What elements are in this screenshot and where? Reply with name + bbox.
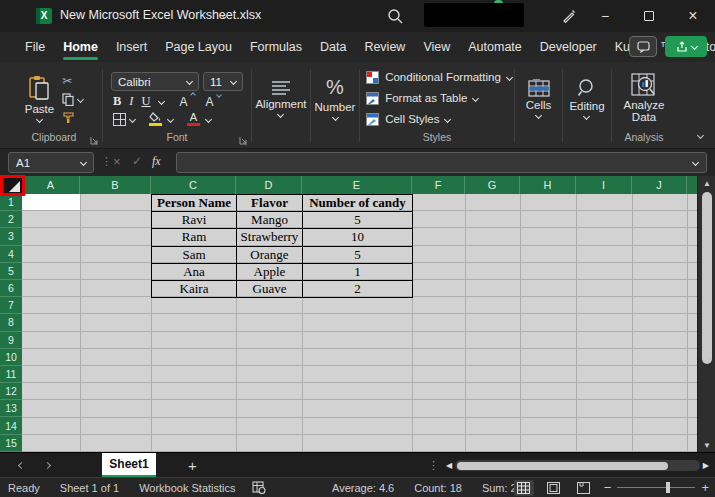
scroll-down-icon[interactable]: ▼ — [698, 438, 715, 452]
column-header-d[interactable]: D — [236, 176, 302, 194]
clipboard-dialog-launcher-icon[interactable] — [90, 136, 99, 145]
underline-chevron-icon[interactable] — [158, 98, 165, 105]
tab-page-layout[interactable]: Page Layou — [156, 32, 241, 62]
add-sheet-button[interactable]: + — [188, 457, 197, 474]
zoom-slider[interactable] — [617, 487, 695, 489]
formula-bar-input[interactable] — [176, 152, 707, 173]
cell-person[interactable]: Kaira — [152, 280, 237, 297]
pen-icon[interactable] — [560, 7, 578, 25]
row-header-3[interactable]: 3 — [0, 228, 22, 245]
increase-font-button[interactable]: A — [180, 95, 188, 109]
column-header-b[interactable]: B — [80, 176, 151, 194]
copy-button[interactable] — [62, 93, 83, 106]
header-flavor[interactable]: Flavor — [237, 195, 303, 212]
decrease-font-button[interactable]: A — [206, 95, 214, 109]
tab-review[interactable]: Review — [355, 32, 414, 62]
conditional-formatting-button[interactable]: Conditional Formatting — [366, 67, 512, 87]
tab-automate[interactable]: Automate — [459, 32, 531, 62]
collapse-ribbon-chevron-icon[interactable] — [697, 132, 704, 139]
formula-bar-expand-chevron-icon[interactable] — [692, 159, 699, 166]
column-header-h[interactable]: H — [520, 176, 576, 194]
page-layout-view-button[interactable] — [544, 480, 564, 496]
borders-button[interactable] — [113, 113, 135, 126]
italic-button[interactable]: I — [129, 94, 133, 109]
search-icon[interactable] — [386, 7, 404, 25]
bold-button[interactable]: B — [113, 94, 121, 109]
tab-insert[interactable]: Insert — [107, 32, 156, 62]
analyze-data-button[interactable]: AnalyzeData — [624, 73, 665, 123]
cell-count[interactable]: 1 — [303, 263, 413, 280]
name-box[interactable]: A1 — [8, 152, 94, 173]
scroll-right-icon[interactable]: ▶ — [703, 461, 709, 470]
row-header-15[interactable]: 15 — [0, 435, 22, 452]
column-header-f[interactable]: F — [412, 176, 465, 194]
column-header-i[interactable]: I — [576, 176, 632, 194]
active-cell-a1[interactable] — [22, 194, 80, 210]
row-header-1[interactable]: 1 — [0, 194, 22, 211]
cells-button[interactable]: Cells — [526, 79, 552, 118]
format-painter-button[interactable] — [62, 111, 75, 123]
font-color-button[interactable]: A — [187, 112, 200, 126]
column-header-j[interactable]: J — [632, 176, 687, 194]
status-sheet-count[interactable]: Sheet 1 of 1 — [50, 482, 129, 494]
column-header-e[interactable]: E — [302, 176, 412, 194]
enter-icon[interactable]: ✓ — [132, 154, 142, 168]
next-sheet-icon[interactable] — [34, 463, 60, 468]
vertical-scroll-thumb[interactable] — [702, 192, 712, 364]
comments-button[interactable] — [629, 36, 657, 57]
cells-area[interactable]: Person Name Flavor Number of candy Ravi … — [22, 194, 697, 452]
cell-person[interactable]: Ram — [152, 229, 237, 246]
tab-view[interactable]: View — [414, 32, 459, 62]
insert-function-icon[interactable]: fx — [152, 154, 161, 169]
underline-button[interactable]: U — [142, 94, 151, 109]
prev-sheet-icon[interactable] — [8, 463, 34, 468]
column-header-a[interactable]: A — [22, 176, 80, 194]
tab-formulas[interactable]: Formulas — [241, 32, 311, 62]
cell-person[interactable]: Ravi — [152, 212, 237, 229]
status-count[interactable]: Count: 18 — [404, 482, 472, 494]
horizontal-scroll-thumb[interactable] — [457, 462, 667, 470]
column-header-c[interactable]: C — [151, 176, 236, 194]
close-button[interactable]: × — [671, 0, 715, 32]
cell-flavor[interactable]: Mango — [237, 212, 303, 229]
cancel-icon[interactable]: × — [113, 154, 121, 169]
vertical-scrollbar[interactable]: ▲ ▼ — [697, 176, 715, 452]
tab-data[interactable]: Data — [311, 32, 355, 62]
cell-flavor[interactable]: Orange — [237, 246, 303, 263]
tab-file[interactable]: File — [16, 32, 54, 62]
row-header-4[interactable]: 4 — [0, 246, 22, 263]
paste-button[interactable]: Paste — [25, 75, 54, 122]
tab-developer[interactable]: Developer — [531, 32, 606, 62]
zoom-in-icon[interactable]: + — [701, 480, 709, 495]
row-header-12[interactable]: 12 — [0, 383, 22, 400]
font-name-select[interactable]: Calibri — [111, 72, 199, 91]
fill-color-button[interactable] — [149, 112, 162, 126]
workbook-statistics-button[interactable]: Workbook Statistics — [129, 482, 245, 494]
row-header-11[interactable]: 11 — [0, 366, 22, 383]
row-header-13[interactable]: 13 — [0, 400, 22, 417]
cell-count[interactable]: 5 — [303, 212, 413, 229]
row-header-7[interactable]: 7 — [0, 297, 22, 314]
horizontal-scrollbar[interactable]: ◀ ▶ — [446, 458, 709, 473]
font-size-select[interactable]: 11 — [203, 72, 243, 91]
row-header-14[interactable]: 14 — [0, 417, 22, 434]
number-button[interactable]: % Number — [315, 76, 356, 120]
cell-person[interactable]: Ana — [152, 263, 237, 280]
normal-view-button[interactable] — [514, 480, 534, 496]
row-header-5[interactable]: 5 — [0, 263, 22, 280]
share-button[interactable] — [665, 36, 707, 57]
scroll-left-icon[interactable]: ◀ — [446, 461, 452, 470]
cell-flavor[interactable]: Apple — [237, 263, 303, 280]
tab-home[interactable]: Home — [54, 32, 107, 62]
header-number-of-candy[interactable]: Number of candy — [303, 195, 413, 212]
column-header-g[interactable]: G — [465, 176, 520, 194]
cell-flavor[interactable]: Guave — [237, 280, 303, 297]
minimize-button[interactable]: − — [583, 0, 627, 32]
cut-button[interactable]: ✂ — [62, 74, 72, 88]
row-header-2[interactable]: 2 — [0, 211, 22, 228]
status-average[interactable]: Average: 4.6 — [322, 482, 404, 494]
scroll-up-icon[interactable]: ▲ — [698, 176, 715, 190]
header-person-name[interactable]: Person Name — [152, 195, 237, 212]
cell-styles-button[interactable]: Cell Styles — [366, 109, 512, 129]
page-break-view-button[interactable] — [574, 480, 594, 496]
